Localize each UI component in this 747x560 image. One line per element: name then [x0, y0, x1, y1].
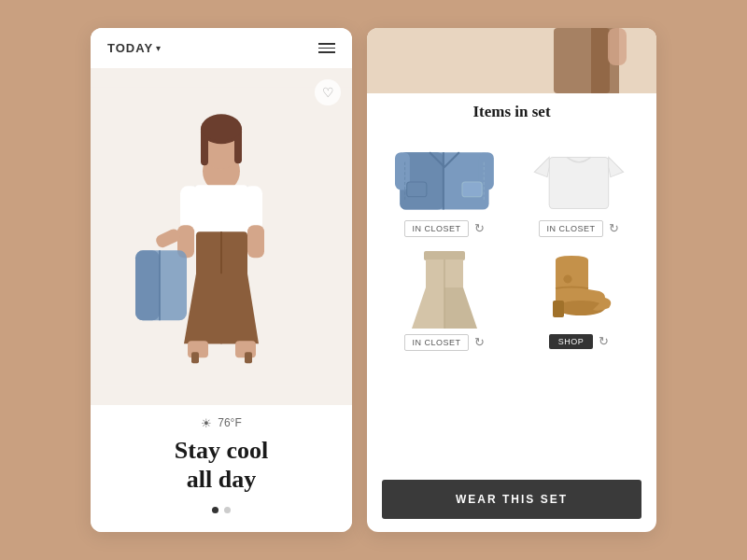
right-top-image — [367, 28, 656, 93]
jacket-actions: IN CLOSET ↻ — [404, 220, 484, 237]
outfit-info: ☀ 76°F Stay cool all day — [91, 405, 352, 532]
dot-2[interactable] — [224, 507, 231, 513]
svg-rect-33 — [407, 182, 427, 197]
tshirt-svg — [529, 133, 628, 217]
weather-row: ☀ 76°F — [107, 416, 335, 430]
svg-rect-16 — [191, 352, 199, 363]
temperature: 76°F — [218, 416, 241, 429]
sun-icon: ☀ — [201, 416, 212, 430]
items-title: Items in set — [382, 103, 641, 121]
item-jacket: IN CLOSET ↻ — [382, 133, 507, 237]
svg-rect-5 — [180, 186, 199, 231]
svg-rect-27 — [608, 28, 627, 65]
tshirt-image — [528, 133, 630, 217]
pants-svg — [398, 246, 491, 330]
svg-rect-42 — [553, 301, 564, 317]
hamburger-line — [318, 43, 335, 45]
model-svg — [91, 68, 352, 405]
jacket-in-closet-button[interactable]: IN CLOSET — [404, 220, 468, 237]
pagination-dots — [107, 507, 335, 513]
outfit-image: ♡ — [91, 68, 352, 405]
tshirt-actions: IN CLOSET ↻ — [539, 220, 618, 237]
svg-rect-37 — [549, 157, 609, 208]
left-header: TODAY ▾ — [91, 28, 352, 68]
outfit-title-line1: Stay cool — [175, 437, 268, 464]
dot-1[interactable] — [212, 507, 218, 513]
pants-refresh-icon[interactable]: ↻ — [474, 335, 485, 350]
menu-button[interactable] — [318, 43, 335, 53]
boots-image — [528, 246, 630, 330]
pants-in-closet-button[interactable]: IN CLOSET — [404, 334, 468, 351]
jacket-image — [393, 133, 496, 217]
svg-rect-34 — [462, 182, 482, 197]
app-container: TODAY ▾ — [0, 0, 747, 560]
boots-actions: SHOP ↻ — [549, 334, 610, 349]
svg-rect-18 — [245, 352, 252, 363]
item-pants: IN CLOSET ↻ — [382, 246, 507, 351]
left-panel: TODAY ▾ — [91, 28, 352, 532]
right-top-svg — [367, 28, 656, 93]
svg-point-23 — [201, 118, 242, 140]
item-boots: SHOP ↻ — [516, 246, 641, 351]
heart-icon: ♡ — [322, 85, 334, 100]
today-nav[interactable]: TODAY ▾ — [107, 41, 161, 55]
boots-refresh-icon[interactable]: ↻ — [599, 334, 609, 349]
hamburger-line — [318, 51, 335, 53]
svg-rect-6 — [244, 186, 262, 231]
items-section: Items in set — [367, 93, 656, 472]
item-tshirt: IN CLOSET ↻ — [516, 133, 641, 237]
today-arrow: ▾ — [156, 43, 161, 53]
pants-image — [393, 246, 496, 330]
outfit-title-line2: all day — [187, 466, 256, 493]
today-label: TODAY — [107, 41, 153, 55]
tshirt-refresh-icon[interactable]: ↻ — [609, 221, 619, 236]
svg-rect-12 — [247, 225, 264, 258]
tshirt-in-closet-button[interactable]: IN CLOSET — [539, 220, 602, 237]
pants-actions: IN CLOSET ↻ — [404, 334, 484, 351]
svg-rect-2 — [195, 185, 247, 236]
svg-rect-38 — [424, 251, 465, 260]
right-panel: Items in set — [367, 28, 656, 532]
boots-shop-button[interactable]: SHOP — [549, 334, 594, 349]
items-grid: IN CLOSET ↻ — [382, 133, 641, 351]
outfit-title: Stay cool all day — [107, 436, 335, 494]
jacket-svg — [395, 133, 494, 217]
jacket-refresh-icon[interactable]: ↻ — [474, 221, 485, 236]
svg-rect-10 — [135, 250, 160, 320]
favorite-button[interactable]: ♡ — [315, 79, 341, 105]
boots-svg — [532, 246, 626, 330]
hamburger-line — [318, 48, 335, 49]
wear-set-button[interactable]: WEAR THIS SET — [382, 480, 641, 519]
